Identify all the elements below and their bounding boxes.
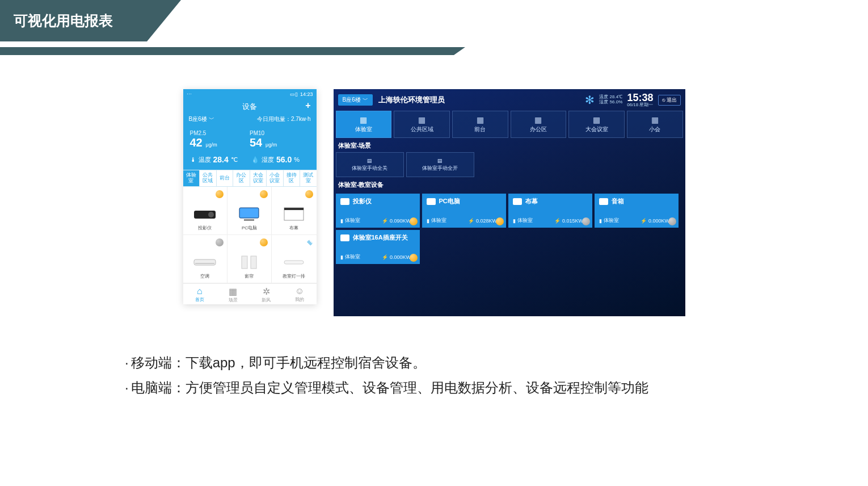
- mobile-nav-item[interactable]: ☺我的: [283, 286, 317, 303]
- svg-rect-3: [244, 219, 254, 221]
- mobile-app-screenshot: ⋯ ▭▯ 14:23 设备 + B座6楼 ﹀ 今日用电量：2.7kw·h PM: [183, 89, 317, 304]
- pm25-value: 42: [190, 136, 203, 149]
- svg-rect-2: [239, 208, 259, 218]
- power-status-badge: [216, 190, 224, 198]
- bullet-dot-icon: ·: [125, 375, 129, 400]
- daily-usage-label: 今日用电量：2.7kw·h: [257, 115, 310, 123]
- temperature-unit: ℃: [231, 156, 238, 164]
- device-icon: [340, 234, 349, 241]
- desktop-device-grid: 投影仪▮体验室⚡0.090KW·hPC电脑▮体验室⚡0.028KW·h布幕▮体验…: [334, 191, 685, 266]
- desktop-nav-card[interactable]: ▦体验室: [336, 111, 392, 138]
- device-label: 空调: [200, 273, 209, 279]
- power-status-badge: [496, 217, 504, 225]
- svg-point-1: [208, 212, 214, 217]
- desktop-nav-card[interactable]: ▦前台: [452, 111, 508, 138]
- mobile-clock: 14:23: [300, 91, 313, 97]
- humidity-block: 💧 湿度 56.0 %: [251, 155, 310, 164]
- svg-rect-6: [194, 259, 216, 265]
- humidity-unit: %: [294, 156, 300, 163]
- desktop-device-card[interactable]: 投影仪▮体验室⚡0.090KW·h: [336, 194, 420, 228]
- bullet-item: · 电脑端：方便管理员自定义管理模式、设备管理、用电数据分析、设备远程控制等功能: [125, 375, 868, 400]
- chevron-down-icon: ﹀: [209, 116, 214, 122]
- add-device-button[interactable]: +: [305, 100, 310, 111]
- mobile-nav-item[interactable]: ⌂首页: [183, 286, 217, 303]
- device-card[interactable]: 布幕: [272, 187, 316, 235]
- room-icon: ▦: [534, 115, 542, 124]
- device-name: 音箱: [612, 197, 624, 206]
- mobile-tab[interactable]: 办公区: [233, 170, 250, 186]
- bullet-item: · 移动端：下载app，即可手机远程控制宿舍设备。: [125, 350, 868, 375]
- device-label: 窗帘: [245, 273, 254, 279]
- humidity-value: 56.0: [276, 155, 292, 164]
- scene-card[interactable]: ▤体验室手动全开: [406, 152, 474, 177]
- mobile-titlebar: 设备 +: [183, 99, 317, 115]
- room-icon: ▦: [477, 115, 484, 124]
- device-card[interactable]: 窗帘: [227, 235, 272, 283]
- desktop-device-card[interactable]: 体验室16A插座开关▮体验室⚡0.000KW·h: [336, 230, 420, 264]
- desktop-nav-card[interactable]: ▦公共区域: [394, 111, 450, 138]
- scene-card[interactable]: ▤体验室手动全关: [336, 152, 404, 177]
- mobile-tab[interactable]: 公共区域: [200, 170, 217, 186]
- desktop-location-dropdown[interactable]: B座6楼 ﹀: [338, 94, 373, 106]
- desktop-device-card[interactable]: 音箱▮体验室⚡0.000KW·h: [595, 194, 679, 228]
- desktop-app-screenshot: B座6楼 ﹀ 上海轶伦环境管理员 ✻ 温度 28.4℃ 湿度 56.0% 15:…: [334, 89, 685, 316]
- logout-button[interactable]: ⎋ 退出: [658, 95, 681, 106]
- desktop-clock: 15:38 06/18 星期一: [627, 93, 653, 107]
- device-room: ▮体验室: [427, 217, 446, 224]
- desktop-device-card[interactable]: 布幕▮体验室⚡0.015KW·h: [508, 194, 592, 228]
- power-status-badge: [582, 217, 590, 225]
- mobile-tab[interactable]: 前台: [217, 170, 234, 186]
- mobile-tab[interactable]: 接待区: [284, 170, 301, 186]
- pm25-label: PM2.5: [190, 130, 250, 136]
- device-card[interactable]: 投影仪: [183, 187, 227, 235]
- desktop-nav-card[interactable]: ▦大会议室: [568, 111, 625, 138]
- slide-bullet-list: · 移动端：下载app，即可手机远程控制宿舍设备。 · 电脑端：方便管理员自定义…: [125, 350, 868, 401]
- pm10-unit: μg/m: [266, 142, 277, 148]
- device-room: ▮体验室: [340, 217, 360, 224]
- mobile-page-title: 设备: [242, 102, 257, 111]
- pm25-block: PM2.5 42 μg/m: [190, 130, 250, 149]
- device-card[interactable]: PC电脑: [227, 187, 272, 235]
- device-card[interactable]: ⩸教室灯一排: [272, 235, 316, 283]
- mobile-nav-item[interactable]: ✲新风: [250, 286, 283, 303]
- device-card[interactable]: 空调: [183, 235, 227, 283]
- device-icon: [340, 198, 349, 205]
- slide-title-banner: 可视化用电报表: [0, 0, 868, 55]
- mobile-tab[interactable]: 大会议室: [250, 170, 267, 186]
- power-status-badge: [668, 217, 676, 225]
- power-status-badge: [260, 238, 268, 246]
- svg-rect-10: [284, 261, 304, 264]
- bullet-text: 移动端：下载app，即可手机远程控制宿舍设备。: [131, 350, 426, 375]
- mobile-tab[interactable]: 小会议室: [267, 170, 284, 186]
- desktop-nav-card[interactable]: ▦小会: [627, 111, 683, 138]
- logout-icon: ⎋: [662, 97, 665, 103]
- mobile-location-dropdown[interactable]: B座6楼 ﹀: [189, 115, 214, 123]
- folder-icon: ▮: [340, 218, 343, 224]
- mobile-room-tabs: 体验室公共区域前台办公区大会议室小会议室接待区测试室: [183, 170, 317, 187]
- mobile-tab[interactable]: 体验室: [183, 170, 200, 186]
- room-label: 公共区域: [411, 125, 433, 133]
- wifi-icon: ⩸: [304, 237, 314, 248]
- device-name: 布幕: [525, 197, 538, 206]
- desktop-humid-label: 湿度 56.0%: [599, 100, 622, 105]
- device-label: 布幕: [289, 225, 298, 231]
- mobile-tab[interactable]: 测试室: [300, 170, 317, 186]
- pm10-value: 54: [250, 136, 262, 149]
- bullet-text: 电脑端：方便管理员自定义管理模式、设备管理、用电数据分析、设备远程控制等功能: [131, 375, 648, 400]
- temperature-label: 温度: [199, 156, 211, 164]
- device-name: 体验室16A插座开关: [353, 233, 408, 242]
- desktop-device-card[interactable]: PC电脑▮体验室⚡0.028KW·h: [422, 194, 506, 228]
- nav-icon: ☺: [283, 286, 317, 296]
- desktop-time-value: 15:38: [627, 93, 653, 103]
- svg-rect-9: [251, 256, 256, 269]
- nav-label: 新风: [262, 298, 271, 303]
- mobile-status-left: ⋯: [187, 91, 192, 97]
- thermometer-icon: 🌡: [190, 156, 196, 163]
- mobile-nav-item[interactable]: ▦场景: [216, 286, 250, 303]
- bolt-icon: ⚡: [468, 218, 474, 224]
- desktop-nav-card[interactable]: ▦办公区: [511, 111, 567, 138]
- svg-rect-8: [242, 256, 247, 269]
- desktop-topbar: B座6楼 ﹀ 上海轶伦环境管理员 ✻ 温度 28.4℃ 湿度 56.0% 15:…: [334, 89, 685, 111]
- scene-row: ▤体验室手动全关▤体验室手动全开: [334, 152, 685, 177]
- room-label: 办公区: [530, 125, 547, 133]
